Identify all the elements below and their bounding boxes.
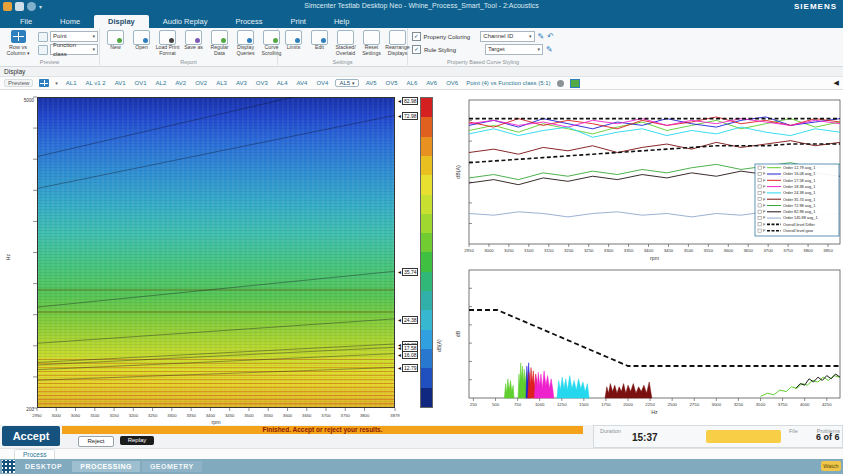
svg-text:3800: 3800 bbox=[803, 248, 813, 253]
ribbon: Row vs Column ▾ Point▾ Function class▾ P… bbox=[0, 28, 843, 67]
preview-tab-al5[interactable]: AL5▾ bbox=[335, 79, 358, 87]
svg-text:3750: 3750 bbox=[783, 248, 793, 253]
svg-text:dB: dB bbox=[455, 330, 461, 337]
display-preview-icon[interactable] bbox=[570, 79, 580, 88]
ribbon-tab-print[interactable]: Print bbox=[277, 15, 320, 28]
svg-text:3500: 3500 bbox=[244, 413, 254, 418]
preview-tab-strip: Preview ▾ AL1AL v1 2AV1OV1AL2AV2OV2AL3AV… bbox=[0, 77, 843, 90]
function-class-icon bbox=[38, 45, 48, 55]
spectrum-vs-hz-chart[interactable]: 2505007501000125015001750200022502500275… bbox=[455, 264, 843, 424]
preview-tab-av4[interactable]: AV4 bbox=[295, 80, 310, 86]
checkbox-property-coloring[interactable]: ✓ bbox=[412, 32, 421, 41]
limits-icon bbox=[285, 30, 302, 45]
order-flag-35-74[interactable]: ◄35.74 bbox=[397, 268, 418, 276]
order-flags: ◄82.98◄72.98◄35.74◄24.38◄18.38◄17.58◄16.… bbox=[395, 97, 421, 408]
settings-button-stacked-overlaid[interactable]: Stacked/ Overlaid bbox=[333, 30, 358, 56]
svg-text:3500: 3500 bbox=[684, 248, 694, 253]
svg-text:Order 12.79 avg_1: Order 12.79 avg_1 bbox=[783, 165, 815, 170]
preview-tab-ov1[interactable]: OV1 bbox=[133, 80, 149, 86]
preview-tab-ov2[interactable]: OV2 bbox=[193, 80, 209, 86]
ribbon-tab-file[interactable]: File bbox=[6, 15, 46, 28]
order-flag-12-79[interactable]: ◄12.79 bbox=[397, 364, 418, 372]
ribbon-tab-home[interactable]: Home bbox=[46, 15, 94, 28]
order-flag-82-98[interactable]: ◄82.98 bbox=[397, 97, 418, 105]
svg-text:2950: 2950 bbox=[464, 248, 474, 253]
report-button-save-as[interactable]: Save as bbox=[181, 30, 206, 56]
edit-rule-styling-icon[interactable]: ✎ bbox=[546, 45, 553, 54]
layout-dropdown-icon[interactable]: ▾ bbox=[55, 80, 58, 86]
tab-scroll-left-icon[interactable]: ◀ bbox=[834, 79, 839, 87]
process-tab[interactable]: Process bbox=[14, 449, 55, 459]
watch-button[interactable]: Watch bbox=[821, 461, 841, 471]
svg-text:3250: 3250 bbox=[584, 248, 594, 253]
preview-tab-al-v1-2[interactable]: AL v1 2 bbox=[84, 80, 108, 86]
preview-tab-av2[interactable]: AV2 bbox=[173, 80, 188, 86]
accept-button[interactable]: Accept bbox=[2, 426, 60, 446]
replay-button[interactable]: Replay bbox=[120, 436, 154, 445]
preview-tab-al4[interactable]: AL4 bbox=[275, 80, 290, 86]
svg-text:3050: 3050 bbox=[504, 248, 514, 253]
edit-property-coloring-icon[interactable]: ✎ bbox=[538, 32, 545, 41]
report-button-display-queries[interactable]: Display Queries bbox=[233, 30, 258, 56]
ribbon-tab-audio-replay[interactable]: Audio Replay bbox=[149, 15, 222, 28]
report-button-load-print-format[interactable]: Load Print Format bbox=[155, 30, 180, 56]
svg-text:3850: 3850 bbox=[823, 248, 833, 253]
undo-icon[interactable]: ↶ bbox=[547, 32, 554, 41]
svg-text:3150: 3150 bbox=[109, 413, 119, 418]
ribbon-tab-process[interactable]: Process bbox=[221, 15, 276, 28]
checkbox-rule-styling[interactable]: ✓ bbox=[412, 45, 421, 54]
order-flag-72-98[interactable]: ◄72.98 bbox=[397, 112, 418, 120]
order-vs-rpm-chart[interactable]: 2950300030503100315032003250330033503400… bbox=[455, 92, 843, 270]
preview-tab-av3[interactable]: AV3 bbox=[234, 80, 249, 86]
refresh-icon[interactable] bbox=[557, 80, 564, 87]
ribbon-group-preview: Row vs Column ▾ Point▾ Function class▾ P… bbox=[0, 28, 100, 65]
ribbon-tab-display[interactable]: Display bbox=[94, 15, 149, 28]
rule-styling-label: Rule Styling bbox=[424, 47, 482, 53]
function-class-dropdown[interactable]: Function class▾ bbox=[50, 44, 98, 55]
preview-tab-ov3[interactable]: OV3 bbox=[254, 80, 270, 86]
report-button-regular-data[interactable]: Regular Data bbox=[207, 30, 232, 56]
tab-point-vs-function-class[interactable]: Point (4) vs Function class (5:1) bbox=[466, 80, 550, 86]
ribbon-tabs: FileHomeDisplayAudio ReplayProcessPrintH… bbox=[0, 14, 843, 28]
preview-tab-av5[interactable]: AV5 bbox=[364, 80, 379, 86]
preview-tab-av1[interactable]: AV1 bbox=[113, 80, 128, 86]
svg-text:Order 18.38 avg_1: Order 18.38 avg_1 bbox=[783, 184, 815, 189]
row-vs-column-button[interactable]: Row vs Column ▾ bbox=[1, 30, 35, 56]
styling-row-property-coloring: ✓Property ColoringChannel ID▾✎↶ bbox=[412, 31, 554, 42]
preview-tab-ov5[interactable]: OV5 bbox=[384, 80, 400, 86]
svg-text:3000: 3000 bbox=[52, 413, 62, 418]
display-layout-icon[interactable] bbox=[39, 79, 49, 87]
preview-tab-al6[interactable]: AL6 bbox=[405, 80, 420, 86]
siemens-logo: SIEMENS bbox=[794, 2, 837, 11]
apps-grid-icon[interactable] bbox=[2, 460, 15, 473]
svg-text:1000: 1000 bbox=[535, 402, 545, 407]
preview-tabs: AL1AL v1 2AV1OV1AL2AV2OV2AL3AV3OV3AL4AV4… bbox=[64, 79, 460, 87]
preview-tab-av6[interactable]: AV6 bbox=[424, 80, 439, 86]
svg-text:3550: 3550 bbox=[704, 248, 714, 253]
workspace-tab-desktop[interactable]: DESKTOP bbox=[17, 461, 70, 472]
property-coloring-dropdown[interactable]: Channel ID▾ bbox=[480, 31, 534, 42]
reject-button[interactable]: Reject bbox=[78, 436, 114, 447]
order-flag-24-38[interactable]: ◄24.38 bbox=[397, 316, 418, 324]
svg-text:2950: 2950 bbox=[32, 413, 42, 418]
settings-button-rearrange-displays[interactable]: Rearrange Displays bbox=[385, 30, 410, 56]
order-flag-16-08[interactable]: ◄16.08 bbox=[397, 351, 418, 359]
preview-tab-al2[interactable]: AL2 bbox=[154, 80, 169, 86]
settings-button-edit[interactable]: Edit bbox=[307, 30, 332, 56]
workspace-tab-processing[interactable]: PROCESSING bbox=[72, 461, 140, 472]
settings-button-reset-settings[interactable]: Reset Settings bbox=[359, 30, 384, 56]
preview-tab-ov4[interactable]: OV4 bbox=[314, 80, 330, 86]
status-message: Finished. Accept or reject your results. bbox=[62, 426, 583, 434]
ribbon-tab-help[interactable]: Help bbox=[320, 15, 363, 28]
svg-text:3250: 3250 bbox=[148, 413, 158, 418]
svg-text:3100: 3100 bbox=[90, 413, 100, 418]
report-group-label: Report bbox=[100, 59, 277, 65]
rule-styling-dropdown[interactable]: Target▾ bbox=[485, 44, 543, 55]
workspace-tab-geometry[interactable]: GEOMETRY bbox=[142, 461, 202, 472]
preview-tab-ov6[interactable]: OV6 bbox=[444, 80, 460, 86]
report-button-open[interactable]: Open bbox=[129, 30, 154, 56]
preview-tab-al3[interactable]: AL3 bbox=[214, 80, 229, 86]
report-button-new[interactable]: New bbox=[103, 30, 128, 56]
preview-tab-al1[interactable]: AL1 bbox=[64, 80, 79, 86]
settings-button-limits[interactable]: Limits bbox=[281, 30, 306, 56]
